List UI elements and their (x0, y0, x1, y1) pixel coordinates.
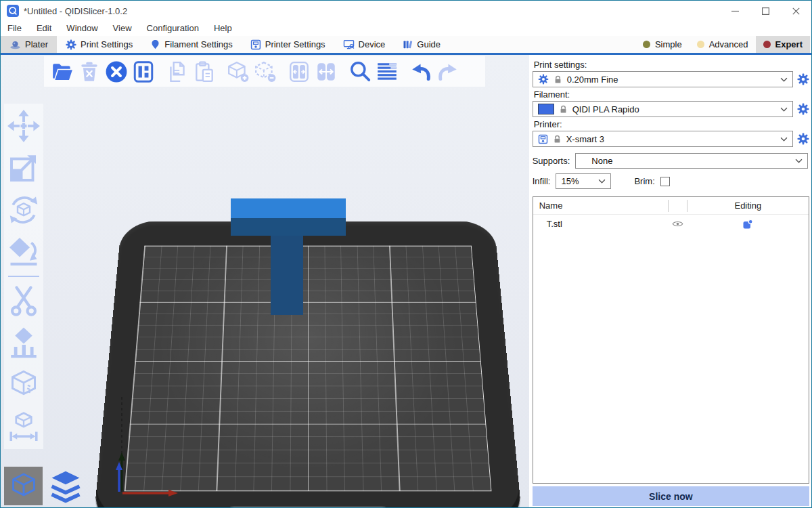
chevron-down-icon (598, 179, 606, 184)
view-toggle (4, 467, 85, 505)
chevron-down-icon (780, 77, 788, 82)
preview-view-button[interactable] (46, 467, 85, 505)
menu-bar: File Edit Window View Configuration Help (1, 21, 811, 36)
tab-guide[interactable]: Guide (394, 36, 449, 53)
seam-position-gizmo-button[interactable] (7, 368, 40, 401)
measure-gizmo-button[interactable] (7, 410, 40, 443)
paste-button[interactable] (193, 60, 216, 83)
print-settings-gear-button[interactable] (797, 73, 809, 85)
mode-selector: Simple Advanced Expert (635, 36, 811, 53)
maximize-button[interactable] (750, 1, 781, 21)
place-on-face-gizmo-button[interactable] (7, 236, 40, 268)
chevron-down-icon (795, 158, 803, 163)
3d-view-cube-icon (7, 470, 40, 503)
table-row[interactable]: T.stl (533, 215, 809, 233)
brim-checkbox[interactable] (660, 177, 670, 186)
filament-gear-button[interactable] (797, 103, 809, 115)
tab-filament-settings-label: Filament Settings (164, 39, 232, 49)
column-header-name: Name (533, 200, 668, 211)
menu-edit[interactable]: Edit (29, 22, 59, 35)
printer-value: X-smart 3 (566, 134, 604, 144)
split-objects-button[interactable] (288, 60, 311, 83)
device-icon (343, 39, 355, 49)
expert-mode-dot-icon (763, 41, 771, 48)
column-header-visibility (668, 200, 687, 212)
tab-printer-settings[interactable]: Printer Settings (242, 36, 334, 53)
3d-viewport[interactable] (1, 55, 529, 508)
cut-gizmo-button[interactable] (7, 284, 40, 317)
menu-file[interactable]: File (6, 22, 29, 35)
app-window: *Untitled - QIDISlicer-1.0.2 File Edit W… (0, 0, 812, 508)
filament-value: QIDI PLA Rapido (572, 104, 639, 114)
copy-button[interactable] (166, 60, 189, 83)
tab-printer-settings-label: Printer Settings (265, 39, 325, 49)
paint-supports-gizmo-button[interactable] (7, 326, 40, 359)
gear-icon (538, 74, 549, 85)
eye-icon[interactable] (672, 220, 683, 228)
model-T-front-face (231, 218, 346, 236)
app-logo-icon (7, 5, 19, 17)
main-area: Print settings: 0.20mm Fine Filament: QI… (1, 55, 811, 508)
preview-layers-icon (48, 469, 83, 504)
printer-gear-button[interactable] (797, 133, 809, 145)
object-settings-icon[interactable] (742, 219, 753, 230)
mode-simple-label: Simple (655, 39, 682, 49)
variable-layer-height-button[interactable] (376, 60, 399, 83)
remove-instance-button[interactable] (254, 60, 277, 83)
menu-view[interactable]: View (106, 22, 139, 35)
tab-print-settings[interactable]: Print Settings (57, 36, 141, 53)
settings-sidebar: Print settings: 0.20mm Fine Filament: QI… (529, 55, 811, 508)
mode-advanced-label: Advanced (709, 39, 748, 49)
rotate-gizmo-button[interactable] (7, 194, 40, 226)
search-button[interactable] (348, 60, 371, 83)
open-folder-button[interactable] (51, 60, 74, 83)
tab-guide-label: Guide (417, 39, 441, 49)
guide-icon (403, 39, 413, 49)
move-gizmo-button[interactable] (7, 110, 40, 142)
tab-device[interactable]: Device (334, 36, 394, 53)
brim-label: Brim: (634, 176, 654, 186)
printer-combo[interactable]: X-smart 3 (533, 131, 793, 147)
supports-combo[interactable]: None (575, 153, 808, 169)
gizmo-divider (8, 276, 39, 277)
delete-button[interactable] (78, 60, 101, 83)
window-controls (720, 1, 811, 21)
mode-expert[interactable]: Expert (756, 36, 810, 53)
model-T-stem (271, 236, 303, 315)
split-parts-button[interactable] (315, 60, 338, 83)
mode-expert-label: Expert (775, 39, 803, 49)
print-settings-value: 0.20mm Fine (567, 75, 618, 85)
infill-combo[interactable]: 15% (556, 173, 611, 189)
scale-gizmo-button[interactable] (7, 152, 40, 184)
redo-button[interactable] (436, 60, 459, 83)
top-toolbar (44, 56, 485, 87)
mode-simple[interactable]: Simple (635, 36, 690, 53)
supports-value: None (581, 156, 612, 166)
object-list-table: Name Editing T.stl (533, 196, 809, 484)
tab-filament-settings[interactable]: Filament Settings (141, 36, 241, 53)
chevron-down-icon (780, 107, 788, 112)
column-header-editing: Editing (687, 200, 809, 211)
gizmo-toolbar (4, 104, 43, 449)
delete-all-button[interactable] (105, 60, 128, 83)
infill-label: Infill: (533, 176, 551, 186)
close-button[interactable] (781, 1, 811, 21)
print-settings-combo[interactable]: 0.20mm Fine (533, 71, 793, 87)
mode-advanced[interactable]: Advanced (690, 36, 756, 53)
gear-icon (66, 39, 76, 50)
minimize-button[interactable] (720, 1, 750, 21)
menu-window[interactable]: Window (59, 22, 105, 35)
3d-editor-view-button[interactable] (4, 467, 43, 505)
advanced-mode-dot-icon (697, 41, 704, 48)
menu-configuration[interactable]: Configuration (139, 22, 206, 35)
arrange-button[interactable] (132, 60, 155, 83)
slice-now-button[interactable]: Slice now (533, 486, 809, 506)
window-title: *Untitled - QIDISlicer-1.0.2 (24, 6, 127, 16)
add-instance-button[interactable] (227, 60, 250, 83)
title-bar: *Untitled - QIDISlicer-1.0.2 (1, 1, 811, 21)
menu-help[interactable]: Help (206, 22, 240, 35)
tab-plater[interactable]: Plater (1, 36, 57, 53)
object-list-header: Name Editing (533, 197, 809, 215)
filament-combo[interactable]: QIDI PLA Rapido (533, 101, 793, 117)
undo-button[interactable] (409, 60, 432, 83)
